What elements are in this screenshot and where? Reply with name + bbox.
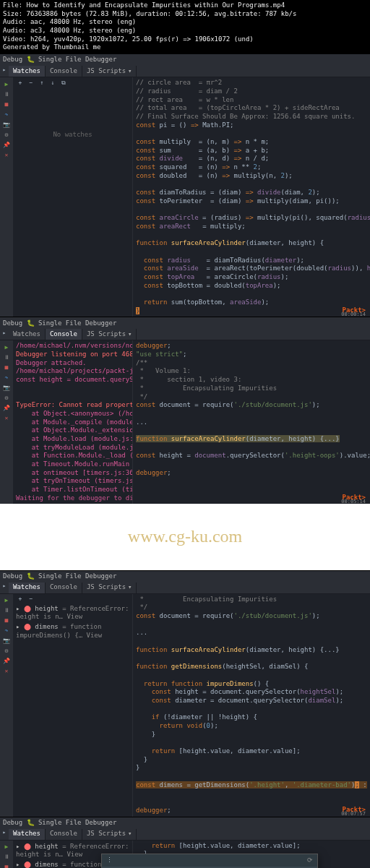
tab-console[interactable]: Console — [46, 829, 82, 840]
close-icon[interactable]: ✕ — [2, 151, 11, 160]
camera-icon[interactable]: 📷 — [2, 121, 11, 129]
debug-gutter: ▶ ⏸ ■ ↷ 📷 ⚙ 📌 ✕ — [0, 340, 13, 504]
pin-icon[interactable]: 📌 — [2, 141, 11, 150]
file-metadata: File: How to Identify and Encapsulate Im… — [0, 0, 370, 53]
stop-icon[interactable]: ■ — [2, 100, 11, 109]
frame-2: Debug 🐛 Single File Debugger ▸ Watches C… — [0, 317, 370, 504]
debugger-toolbar: Debug 🐛 Single File Debugger — [0, 817, 370, 829]
step-icon[interactable]: ↷ — [2, 374, 11, 382]
up-icon[interactable]: ↑ — [38, 79, 46, 87]
collapse-icon[interactable]: ▸ — [0, 583, 9, 591]
settings-icon[interactable]: ⚙ — [2, 131, 11, 139]
add-icon[interactable]: + — [16, 596, 25, 604]
debugger-title: Debug 🐛 Single File Debugger — [3, 319, 116, 328]
frame-1: Debug 🐛 Single File Debugger ▸ Watches C… — [0, 53, 370, 317]
step-icon[interactable]: ↷ — [2, 627, 11, 636]
resume-icon[interactable]: ▶ — [2, 843, 11, 852]
watch-var: ▸ ⬤ height = ReferenceError: height is n… — [16, 604, 129, 622]
timecode: 00:05:14 — [341, 499, 366, 505]
close-icon[interactable]: ✕ — [2, 414, 11, 423]
tab-console[interactable]: Console — [46, 329, 82, 340]
console-panel[interactable]: /home/michael/.nvm/versions/node Debugge… — [13, 340, 133, 504]
tab-watches[interactable]: Watches — [9, 829, 46, 840]
dialog-titlebar[interactable]: ⋮ ⟳ — [102, 854, 317, 867]
resume-icon[interactable]: ▶ — [2, 343, 11, 352]
pause-icon[interactable]: ⏸ — [2, 353, 11, 362]
pause-icon[interactable]: ⏸ — [2, 607, 11, 616]
stop-icon[interactable]: ■ — [2, 617, 11, 626]
tab-watches[interactable]: Watches — [9, 583, 46, 593]
frame-3: Debug 🐛 Single File Debugger ▸ Watches C… — [0, 570, 370, 817]
debugger-toolbar: Debug 🐛 Single File Debugger — [0, 317, 370, 329]
resume-icon[interactable]: ▶ — [2, 80, 11, 89]
down-icon[interactable]: ↓ — [48, 79, 57, 87]
debugger-title: Debug 🐛 Single File Debugger — [3, 819, 116, 828]
meta-gen: Generated by Thumbnail me — [3, 43, 367, 52]
meta-video: Video: h264, yuv420p, 1920x1072, 25.00 f… — [3, 35, 367, 44]
editor-1[interactable]: // circle area = πr^2 // radius = diam /… — [133, 77, 370, 317]
resume-icon[interactable]: ▶ — [2, 597, 11, 606]
meta-size: Size: 76363886 bytes (72.83 MiB), durati… — [3, 10, 367, 19]
watermark: www.cg-ku.com — [0, 504, 370, 570]
watch-vars[interactable]: ▸ ⬤ height = ReferenceError: height is n… — [16, 604, 129, 641]
pin-icon[interactable]: 📌 — [2, 404, 11, 413]
watches-panel: + − ▸ ⬤ height = ReferenceError: height … — [13, 594, 133, 817]
stop-icon[interactable]: ■ — [2, 364, 11, 372]
debug-gutter: ▶ ⏸ ■ ↷ 📷 ⚙ 📌 ✕ — [0, 594, 13, 817]
settings-icon[interactable]: ⚙ — [2, 394, 11, 403]
remove-icon[interactable]: − — [27, 79, 35, 87]
watch-var: ▸ ⬤ dimens = function impureDimens() {… … — [16, 622, 129, 640]
tab-scripts[interactable]: JS Scripts ▾ — [82, 583, 137, 593]
pause-icon[interactable]: ⏸ — [2, 90, 11, 99]
debugger-toolbar: Debug 🐛 Single File Debugger — [0, 54, 370, 66]
step-icon[interactable]: ↷ — [2, 111, 11, 119]
tab-scripts[interactable]: JS Scripts ▾ — [82, 329, 137, 340]
debugger-title: Debug 🐛 Single File Debugger — [3, 572, 116, 581]
dialog-title: ⋮ — [106, 856, 113, 865]
collapse-icon[interactable]: ▸ — [0, 829, 9, 838]
tab-watches[interactable]: Watches — [9, 66, 46, 77]
add-icon[interactable]: + — [16, 79, 25, 87]
dialog-status: ⟳ — [307, 856, 313, 865]
editor-2[interactable]: debugger; "use strict"; /** * Volume 1: … — [133, 340, 370, 504]
debugger-toolbar: Debug 🐛 Single File Debugger — [0, 571, 370, 583]
tabbar: ▸ Watches Console JS Scripts ▾ — [0, 66, 370, 77]
tab-scripts[interactable]: JS Scripts ▾ — [82, 829, 137, 840]
meta-file: File: How to Identify and Encapsulate Im… — [3, 1, 367, 10]
tab-watches[interactable]: Watches — [9, 329, 46, 340]
copy-icon[interactable]: ⧉ — [59, 79, 68, 87]
tabbar: ▸ Watches Console JS Scripts ▾ — [0, 329, 370, 340]
evaluate-dialog: ⋮ ⟳ Use Ctrl+Shift+Enter to add to Watch… — [101, 854, 318, 869]
tabbar: ▸ Watches Console JS Scripts ▾ — [0, 583, 370, 594]
settings-icon[interactable]: ⚙ — [2, 648, 11, 656]
pin-icon[interactable]: 📌 — [2, 658, 11, 666]
tab-scripts[interactable]: JS Scripts ▾ — [82, 66, 137, 77]
collapse-icon[interactable]: ▸ — [0, 66, 9, 74]
debug-gutter: ▶ ⏸ ■ ↷ 📷 ⚙ 📌 ✕ — [0, 77, 13, 317]
remove-icon[interactable]: − — [27, 596, 35, 604]
camera-icon[interactable]: 📷 — [2, 637, 11, 646]
tabbar: ▸ Watches Console JS Scripts ▾ — [0, 829, 370, 841]
tab-console[interactable]: Console — [46, 66, 82, 77]
debug-gutter: ▶ ⏸ ■ ↷ 📷 ⚙ 📌 ✕ — [0, 841, 13, 869]
close-icon[interactable]: ✕ — [2, 668, 11, 676]
watches-panel: + − ↑ ↓ ⧉ No watches — [13, 77, 133, 317]
meta-audio2: Audio: ac3, 48000 Hz, stereo (eng) — [3, 27, 367, 35]
stop-icon[interactable]: ■ — [2, 864, 11, 869]
editor-3[interactable]: * Encapsulating Impurities */ const docu… — [133, 594, 370, 817]
tab-console[interactable]: Console — [46, 583, 82, 593]
frame-4: Debug 🐛 Single File Debugger ▸ Watches C… — [0, 817, 370, 869]
collapse-icon[interactable]: ▸ — [0, 329, 9, 338]
pause-icon[interactable]: ⏸ — [2, 854, 11, 862]
camera-icon[interactable]: 📷 — [2, 384, 11, 392]
debugger-title: Debug 🐛 Single File Debugger — [3, 56, 116, 64]
no-watches-label: No watches — [16, 87, 129, 139]
meta-audio1: Audio: aac, 48000 Hz, stereo (eng) — [3, 18, 367, 27]
